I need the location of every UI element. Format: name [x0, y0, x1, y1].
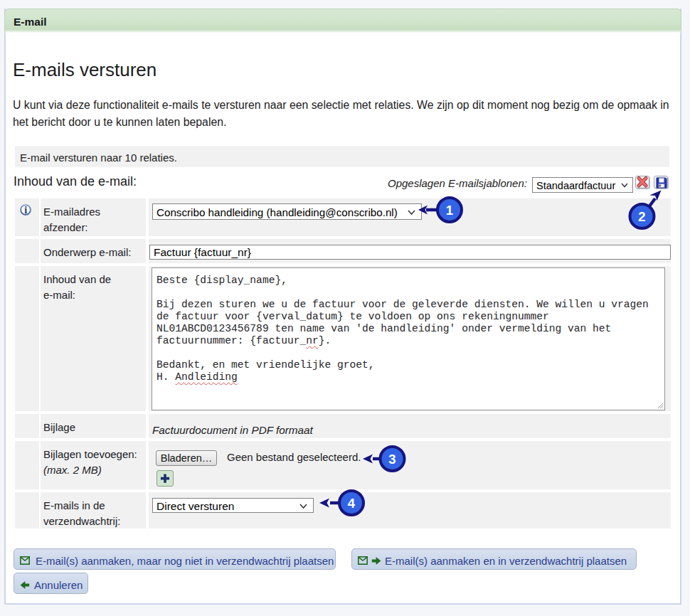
svg-text:4: 4 [348, 496, 356, 511]
svg-text:1: 1 [446, 203, 453, 218]
svg-text:3: 3 [388, 452, 396, 467]
svg-text:i: i [24, 205, 27, 216]
svg-text:2: 2 [638, 209, 645, 224]
